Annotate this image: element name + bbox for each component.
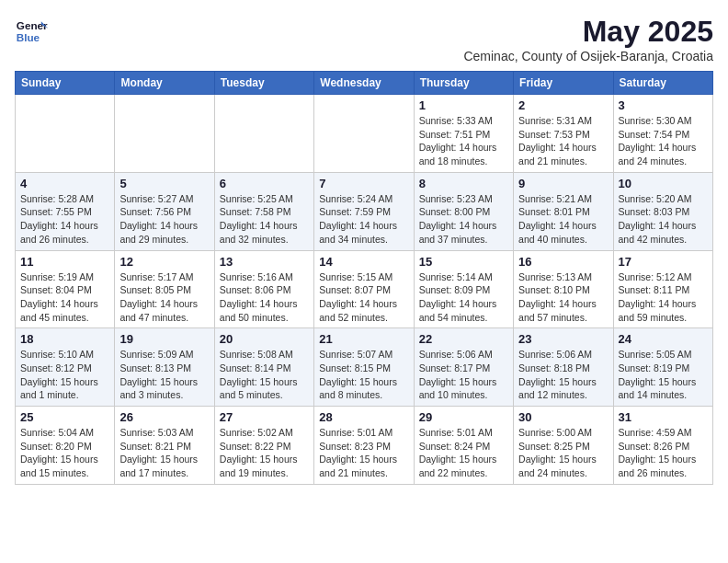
day-number: 28 (319, 410, 408, 424)
day-info: Sunrise: 5:15 AMSunset: 8:07 PMDaylight:… (319, 270, 408, 325)
day-number: 12 (119, 255, 209, 269)
day-number: 19 (119, 332, 209, 346)
day-info: Sunrise: 5:31 AMSunset: 7:53 PMDaylight:… (518, 114, 608, 168)
day-info: Sunrise: 5:21 AMSunset: 8:01 PMDaylight:… (518, 192, 608, 247)
day-number: 9 (518, 177, 608, 190)
day-cell: 17Sunrise: 5:12 AMSunset: 8:11 PMDayligh… (613, 250, 712, 328)
day-info: Sunrise: 5:03 AMSunset: 8:21 PMDaylight:… (119, 426, 209, 480)
day-info: Sunrise: 5:06 AMSunset: 8:17 PMDaylight:… (419, 348, 508, 402)
day-number: 18 (20, 332, 109, 346)
day-cell: 8Sunrise: 5:23 AMSunset: 8:00 PMDaylight… (414, 172, 513, 250)
day-info: Sunrise: 5:30 AMSunset: 7:54 PMDaylight:… (619, 114, 708, 168)
day-cell: 29Sunrise: 5:01 AMSunset: 8:24 PMDayligh… (414, 407, 513, 485)
day-number: 6 (220, 177, 309, 190)
day-number: 24 (619, 332, 708, 346)
week-row-1: 1Sunrise: 5:33 AMSunset: 7:51 PMDaylight… (16, 95, 713, 173)
day-number: 25 (20, 410, 109, 424)
day-number: 16 (518, 255, 608, 269)
day-number: 27 (220, 410, 309, 424)
day-info: Sunrise: 5:01 AMSunset: 8:24 PMDaylight:… (419, 426, 508, 480)
day-cell: 16Sunrise: 5:13 AMSunset: 8:10 PMDayligh… (514, 250, 613, 328)
day-number: 21 (319, 332, 408, 346)
day-cell: 4Sunrise: 5:28 AMSunset: 7:55 PMDaylight… (16, 172, 115, 250)
day-number: 7 (319, 177, 408, 190)
day-cell: 31Sunrise: 4:59 AMSunset: 8:26 PMDayligh… (613, 407, 712, 485)
day-cell: 23Sunrise: 5:06 AMSunset: 8:18 PMDayligh… (514, 328, 613, 407)
day-info: Sunrise: 5:20 AMSunset: 8:03 PMDaylight:… (619, 192, 708, 247)
day-cell (214, 95, 313, 173)
day-cell: 28Sunrise: 5:01 AMSunset: 8:23 PMDayligh… (314, 407, 414, 485)
day-cell: 19Sunrise: 5:09 AMSunset: 8:13 PMDayligh… (115, 328, 214, 407)
title-block: May 2025 Ceminac, County of Osijek-Baran… (463, 15, 713, 63)
day-number: 3 (619, 98, 708, 112)
day-info: Sunrise: 4:59 AMSunset: 8:26 PMDaylight:… (619, 426, 708, 480)
day-cell: 21Sunrise: 5:07 AMSunset: 8:15 PMDayligh… (314, 328, 414, 407)
day-info: Sunrise: 5:24 AMSunset: 7:59 PMDaylight:… (319, 192, 408, 247)
day-cell: 9Sunrise: 5:21 AMSunset: 8:01 PMDaylight… (514, 172, 613, 250)
day-cell: 27Sunrise: 5:02 AMSunset: 8:22 PMDayligh… (214, 407, 313, 485)
day-number: 31 (619, 410, 708, 424)
day-cell: 13Sunrise: 5:16 AMSunset: 8:06 PMDayligh… (214, 250, 313, 328)
day-info: Sunrise: 5:04 AMSunset: 8:20 PMDaylight:… (20, 426, 109, 480)
day-info: Sunrise: 5:05 AMSunset: 8:19 PMDaylight:… (619, 348, 708, 402)
day-number: 8 (419, 177, 508, 190)
weekday-header-wednesday: Wednesday (314, 72, 414, 95)
day-number: 13 (220, 255, 309, 269)
day-cell: 10Sunrise: 5:20 AMSunset: 8:03 PMDayligh… (613, 172, 712, 250)
week-row-2: 4Sunrise: 5:28 AMSunset: 7:55 PMDaylight… (16, 172, 713, 250)
weekday-header-saturday: Saturday (613, 72, 712, 95)
day-number: 30 (518, 410, 608, 424)
day-number: 1 (419, 98, 508, 112)
day-cell: 14Sunrise: 5:15 AMSunset: 8:07 PMDayligh… (314, 250, 414, 328)
weekday-header-monday: Monday (115, 72, 214, 95)
day-info: Sunrise: 5:00 AMSunset: 8:25 PMDaylight:… (518, 426, 608, 480)
day-info: Sunrise: 5:10 AMSunset: 8:12 PMDaylight:… (20, 348, 109, 402)
day-info: Sunrise: 5:08 AMSunset: 8:14 PMDaylight:… (220, 348, 309, 402)
day-cell (115, 95, 214, 173)
day-info: Sunrise: 5:33 AMSunset: 7:51 PMDaylight:… (419, 114, 508, 168)
weekday-header-row: SundayMondayTuesdayWednesdayThursdayFrid… (16, 72, 713, 95)
day-info: Sunrise: 5:27 AMSunset: 7:56 PMDaylight:… (119, 192, 209, 247)
weekday-header-tuesday: Tuesday (214, 72, 313, 95)
day-cell: 22Sunrise: 5:06 AMSunset: 8:17 PMDayligh… (414, 328, 513, 407)
day-info: Sunrise: 5:23 AMSunset: 8:00 PMDaylight:… (419, 192, 508, 247)
day-cell: 30Sunrise: 5:00 AMSunset: 8:25 PMDayligh… (514, 407, 613, 485)
weekday-header-thursday: Thursday (414, 72, 513, 95)
day-info: Sunrise: 5:06 AMSunset: 8:18 PMDaylight:… (518, 348, 608, 402)
day-number: 29 (419, 410, 508, 424)
header: General Blue May 2025 Ceminac, County of… (15, 15, 713, 63)
day-info: Sunrise: 5:28 AMSunset: 7:55 PMDaylight:… (20, 192, 109, 247)
day-info: Sunrise: 5:02 AMSunset: 8:22 PMDaylight:… (220, 426, 309, 480)
day-info: Sunrise: 5:25 AMSunset: 7:58 PMDaylight:… (220, 192, 309, 247)
day-number: 11 (20, 255, 109, 269)
day-cell: 25Sunrise: 5:04 AMSunset: 8:20 PMDayligh… (16, 407, 115, 485)
day-number: 20 (220, 332, 309, 346)
day-cell: 24Sunrise: 5:05 AMSunset: 8:19 PMDayligh… (613, 328, 712, 407)
logo: General Blue (15, 15, 48, 48)
day-cell: 2Sunrise: 5:31 AMSunset: 7:53 PMDaylight… (514, 95, 613, 173)
weekday-header-friday: Friday (514, 72, 613, 95)
day-info: Sunrise: 5:13 AMSunset: 8:10 PMDaylight:… (518, 270, 608, 325)
day-cell: 15Sunrise: 5:14 AMSunset: 8:09 PMDayligh… (414, 250, 513, 328)
day-number: 4 (20, 177, 109, 190)
day-info: Sunrise: 5:01 AMSunset: 8:23 PMDaylight:… (319, 426, 408, 480)
day-cell: 11Sunrise: 5:19 AMSunset: 8:04 PMDayligh… (16, 250, 115, 328)
day-cell: 7Sunrise: 5:24 AMSunset: 7:59 PMDaylight… (314, 172, 414, 250)
day-info: Sunrise: 5:14 AMSunset: 8:09 PMDaylight:… (419, 270, 508, 325)
day-cell: 20Sunrise: 5:08 AMSunset: 8:14 PMDayligh… (214, 328, 313, 407)
day-number: 22 (419, 332, 508, 346)
day-info: Sunrise: 5:09 AMSunset: 8:13 PMDaylight:… (119, 348, 209, 402)
day-info: Sunrise: 5:07 AMSunset: 8:15 PMDaylight:… (319, 348, 408, 402)
day-cell (16, 95, 115, 173)
day-cell: 26Sunrise: 5:03 AMSunset: 8:21 PMDayligh… (115, 407, 214, 485)
calendar: SundayMondayTuesdayWednesdayThursdayFrid… (15, 71, 713, 485)
day-number: 10 (619, 177, 708, 190)
day-number: 23 (518, 332, 608, 346)
day-cell (314, 95, 414, 173)
logo-icon: General Blue (15, 15, 48, 48)
day-number: 14 (319, 255, 408, 269)
weekday-header-sunday: Sunday (16, 72, 115, 95)
day-info: Sunrise: 5:19 AMSunset: 8:04 PMDaylight:… (20, 270, 109, 325)
day-info: Sunrise: 5:17 AMSunset: 8:05 PMDaylight:… (119, 270, 209, 325)
day-number: 26 (119, 410, 209, 424)
